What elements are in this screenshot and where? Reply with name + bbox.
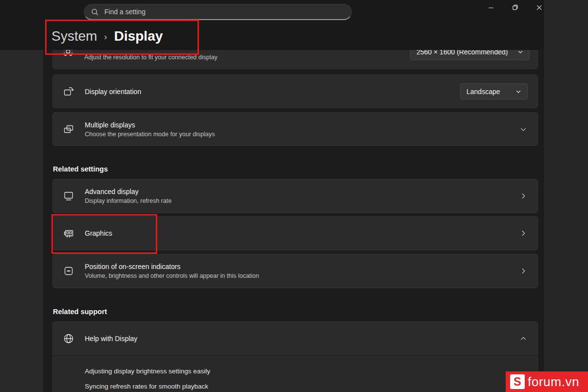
minimize-icon bbox=[488, 4, 494, 11]
page-title: Display bbox=[114, 28, 163, 44]
chevron-down-icon bbox=[519, 125, 528, 134]
display-resolution-subtitle: Adjust the resolution to fit your connec… bbox=[84, 54, 218, 61]
breadcrumb-separator: › bbox=[104, 30, 107, 42]
chevron-down-icon bbox=[517, 50, 523, 55]
chevron-right-icon bbox=[519, 267, 528, 275]
advanced-display-subtitle: Display information, refresh rate bbox=[85, 197, 172, 204]
section-related-support: Related support bbox=[53, 308, 544, 316]
search-box[interactable] bbox=[84, 4, 352, 20]
breadcrumb: System › Display bbox=[51, 28, 163, 44]
minimize-button[interactable] bbox=[480, 0, 502, 15]
section-related-settings: Related settings bbox=[53, 165, 544, 173]
sforum-watermark: S forum.vn bbox=[506, 371, 588, 392]
search-input[interactable] bbox=[103, 7, 344, 16]
row-display-resolution: Adjust the resolution to fit your connec… bbox=[52, 50, 538, 69]
position-indicators-title: Position of on-screen indicators bbox=[85, 263, 259, 270]
close-button[interactable] bbox=[528, 0, 550, 15]
row-display-orientation: Display orientation Landscape bbox=[52, 74, 538, 108]
row-multiple-displays[interactable]: Multiple displays Choose the presentatio… bbox=[52, 112, 538, 146]
close-icon bbox=[536, 4, 543, 11]
multiple-displays-subtitle: Choose the presentation mode for your di… bbox=[85, 131, 215, 138]
chevron-right-icon bbox=[519, 229, 528, 238]
sforum-watermark-text: forum.vn bbox=[528, 374, 579, 390]
display-orientation-value: Landscape bbox=[466, 88, 500, 96]
row-advanced-display[interactable]: Advanced display Display information, re… bbox=[52, 179, 538, 213]
help-with-display-title: Help with Display bbox=[85, 335, 137, 343]
display-orientation-icon bbox=[63, 86, 74, 98]
right-background-strip bbox=[544, 0, 588, 392]
settings-content-pane: Adjust the resolution to fit your connec… bbox=[43, 50, 544, 392]
help-expanded-panel: Adjusting display brightness settings ea… bbox=[52, 355, 538, 392]
display-orientation-title: Display orientation bbox=[85, 88, 141, 96]
advanced-display-title: Advanced display bbox=[85, 188, 172, 196]
display-resolution-value: 2560 × 1600 (Recommended) bbox=[416, 50, 508, 56]
sforum-logo-icon: S bbox=[510, 374, 525, 389]
chevron-up-icon bbox=[519, 334, 528, 343]
breadcrumb-system-link[interactable]: System bbox=[51, 28, 97, 44]
display-orientation-select[interactable]: Landscape bbox=[460, 83, 528, 99]
multiple-displays-title: Multiple displays bbox=[85, 121, 215, 129]
row-help-with-display[interactable]: Help with Display bbox=[52, 321, 538, 355]
chevron-down-icon bbox=[515, 89, 521, 95]
titlebar: System › Display bbox=[0, 0, 544, 50]
restore-button[interactable] bbox=[504, 0, 526, 15]
display-resolution-select[interactable]: 2560 × 1600 (Recommended) bbox=[410, 50, 530, 60]
search-icon bbox=[91, 8, 98, 16]
help-link-brightness[interactable]: Adjusting display brightness settings ea… bbox=[85, 368, 538, 375]
on-screen-indicator-icon bbox=[63, 265, 74, 277]
graphics-card-icon bbox=[63, 227, 74, 239]
advanced-display-icon bbox=[63, 190, 74, 202]
chevron-right-icon bbox=[519, 192, 528, 200]
left-background-strip bbox=[0, 0, 43, 392]
globe-help-icon bbox=[63, 333, 74, 344]
help-link-refresh[interactable]: Syncing refresh rates for smooth playbac… bbox=[85, 383, 538, 391]
display-resolution-icon bbox=[62, 50, 74, 57]
position-indicators-subtitle: Volume, brightness and other controls wi… bbox=[85, 272, 259, 279]
row-graphics[interactable]: Graphics bbox=[52, 216, 538, 250]
multiple-displays-icon bbox=[63, 123, 74, 135]
row-position-indicators[interactable]: Position of on-screen indicators Volume,… bbox=[52, 254, 538, 288]
restore-icon bbox=[512, 4, 519, 11]
graphics-title: Graphics bbox=[85, 229, 112, 237]
